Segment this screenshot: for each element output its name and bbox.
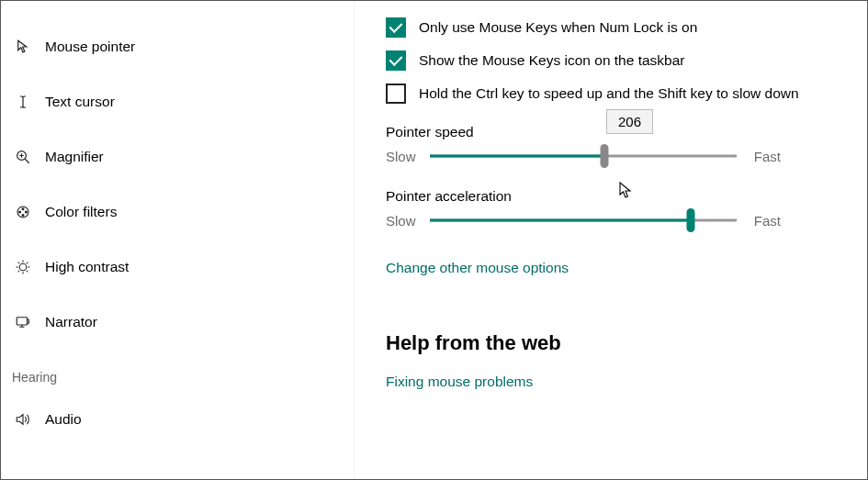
audio-icon bbox=[10, 411, 36, 428]
pointer-speed-row: Slow Fast bbox=[386, 144, 781, 168]
sidebar-item-label: Text cursor bbox=[45, 94, 115, 110]
sidebar-item-color-filters[interactable]: Color filters bbox=[1, 184, 355, 240]
help-from-web-heading: Help from the web bbox=[386, 331, 840, 355]
sidebar-item-label: Magnifier bbox=[45, 149, 104, 165]
sidebar: Mouse pointer Text cursor Magnifier bbox=[1, 1, 355, 479]
sidebar-item-magnifier[interactable]: Magnifier bbox=[1, 129, 355, 184]
pointer-speed-slider[interactable] bbox=[430, 144, 737, 168]
mouse-pointer-icon bbox=[10, 39, 36, 55]
slider-thumb[interactable] bbox=[686, 208, 694, 232]
sidebar-item-high-contrast[interactable]: High contrast bbox=[1, 240, 355, 295]
sidebar-section-hearing: Hearing bbox=[1, 370, 355, 385]
slider-min-label: Slow bbox=[386, 149, 430, 164]
checkbox-row-numlock: Only use Mouse Keys when Num Lock is on bbox=[386, 17, 840, 38]
slider-max-label: Fast bbox=[737, 213, 781, 229]
pointer-accel-slider[interactable] bbox=[430, 208, 737, 232]
pointer-accel-label: Pointer acceleration bbox=[386, 188, 840, 205]
checkbox-taskbar-icon[interactable] bbox=[386, 50, 406, 71]
high-contrast-icon bbox=[10, 259, 36, 275]
checkbox-label: Hold the Ctrl key to speed up and the Sh… bbox=[419, 85, 799, 102]
checkbox-ctrl-shift[interactable] bbox=[386, 84, 406, 104]
slider-tooltip: 206 bbox=[606, 109, 653, 134]
svg-point-4 bbox=[22, 214, 24, 216]
change-mouse-options-link[interactable]: Change other mouse options bbox=[386, 260, 569, 276]
main-content: Only use Mouse Keys when Num Lock is on … bbox=[355, 1, 867, 479]
sidebar-item-text-cursor[interactable]: Text cursor bbox=[1, 74, 355, 129]
sidebar-item-label: Audio bbox=[45, 411, 82, 428]
sidebar-item-label: Mouse pointer bbox=[45, 39, 135, 55]
sidebar-item-mouse-pointer[interactable]: Mouse pointer bbox=[1, 19, 355, 74]
pointer-accel-row: Slow Fast bbox=[386, 208, 781, 232]
text-cursor-icon bbox=[10, 94, 36, 110]
slider-thumb[interactable] bbox=[601, 144, 609, 168]
sidebar-item-label: Narrator bbox=[45, 314, 97, 330]
checkbox-row-ctrl-shift: Hold the Ctrl key to speed up and the Sh… bbox=[386, 84, 840, 104]
sidebar-item-label: Color filters bbox=[45, 204, 117, 220]
svg-point-6 bbox=[19, 263, 27, 271]
fixing-mouse-problems-link[interactable]: Fixing mouse problems bbox=[386, 374, 533, 390]
sidebar-item-audio[interactable]: Audio bbox=[1, 392, 355, 447]
svg-rect-7 bbox=[17, 318, 27, 325]
slider-max-label: Fast bbox=[737, 149, 781, 164]
checkbox-numlock[interactable] bbox=[386, 17, 406, 38]
checkbox-label: Only use Mouse Keys when Num Lock is on bbox=[419, 19, 697, 36]
sidebar-item-label: High contrast bbox=[45, 259, 129, 275]
magnifier-icon bbox=[10, 149, 36, 165]
color-filters-icon bbox=[10, 204, 36, 220]
svg-point-3 bbox=[25, 211, 27, 213]
narrator-icon bbox=[10, 314, 36, 330]
checkbox-label: Show the Mouse Keys icon on the taskbar bbox=[419, 52, 685, 69]
svg-point-2 bbox=[22, 208, 24, 210]
svg-point-5 bbox=[19, 211, 21, 213]
checkbox-row-taskbar-icon: Show the Mouse Keys icon on the taskbar bbox=[386, 50, 840, 71]
slider-min-label: Slow bbox=[386, 213, 430, 229]
sidebar-item-narrator[interactable]: Narrator bbox=[1, 295, 355, 350]
